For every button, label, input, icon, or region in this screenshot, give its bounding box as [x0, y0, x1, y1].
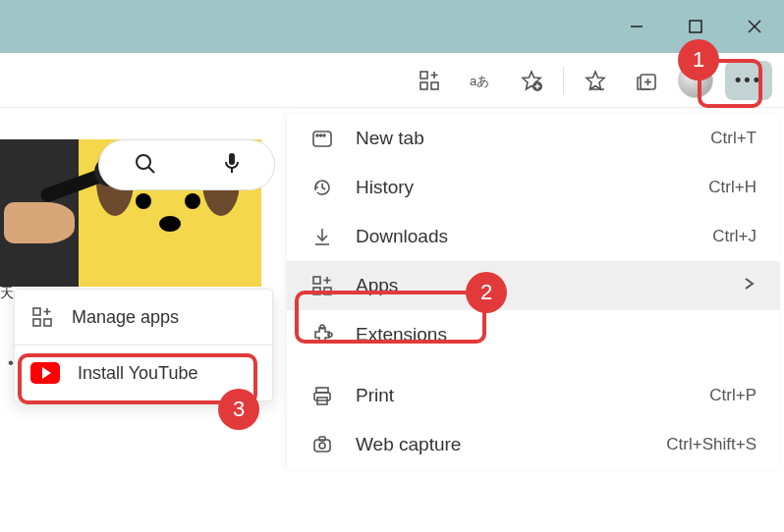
- menu-new-tab[interactable]: New tab Ctrl+T: [287, 114, 780, 163]
- menu-shortcut: Ctrl+H: [708, 178, 756, 197]
- svg-rect-1: [690, 21, 701, 32]
- ellipsis-icon: •••: [735, 70, 762, 90]
- svg-rect-21: [229, 153, 235, 165]
- submenu-label: Manage apps: [72, 307, 256, 328]
- maximize-button[interactable]: [666, 0, 725, 53]
- collections-icon: [636, 70, 657, 91]
- page-text-jp: 天: [0, 285, 14, 302]
- web-capture-icon: [310, 433, 334, 456]
- menu-label: Print: [356, 385, 688, 406]
- menu-label: Extensions: [356, 324, 756, 346]
- svg-rect-41: [319, 437, 325, 441]
- svg-marker-14: [587, 72, 604, 89]
- window-titlebar: [0, 0, 784, 53]
- svg-point-35: [328, 333, 332, 337]
- menu-label: New tab: [356, 128, 689, 149]
- menu-extensions[interactable]: Extensions: [287, 310, 780, 359]
- search-capsule: [98, 139, 275, 190]
- minimize-button[interactable]: [607, 0, 666, 53]
- star-plus-icon: [521, 70, 542, 91]
- minimize-icon: [629, 19, 644, 34]
- history-icon: [310, 176, 334, 199]
- translate-icon: aあ: [470, 70, 491, 91]
- search-icon[interactable]: [134, 152, 155, 179]
- menu-apps[interactable]: Apps: [287, 261, 780, 310]
- extensions-icon: [310, 323, 334, 346]
- menu-separator: [287, 359, 780, 371]
- menu-label: Downloads: [356, 226, 691, 247]
- svg-point-19: [137, 155, 150, 169]
- svg-rect-4: [420, 72, 427, 79]
- svg-line-20: [148, 167, 154, 173]
- toolbar-divider: [563, 67, 564, 94]
- maximize-icon: [688, 19, 703, 34]
- menu-history[interactable]: History Ctrl+H: [287, 163, 780, 212]
- svg-rect-42: [33, 308, 40, 315]
- menu-label: Apps: [356, 275, 719, 296]
- svg-rect-5: [420, 82, 427, 89]
- svg-point-40: [319, 443, 325, 449]
- svg-rect-44: [44, 319, 51, 326]
- svg-text:aあ: aあ: [470, 74, 489, 88]
- submenu-label: Install YouTube: [78, 363, 256, 384]
- chevron-right-icon: [741, 275, 756, 296]
- grid-plus-icon: [419, 70, 440, 91]
- submenu-separator: [15, 345, 272, 346]
- submenu-install-youtube[interactable]: Install YouTube: [15, 349, 272, 397]
- add-favorite-button[interactable]: [512, 61, 551, 100]
- apps-submenu: Manage apps Install YouTube: [14, 289, 273, 401]
- menu-web-capture[interactable]: Web capture Ctrl+Shift+S: [287, 420, 780, 469]
- svg-rect-23: [313, 132, 331, 146]
- apps-icon: [30, 305, 54, 329]
- svg-rect-43: [33, 319, 40, 326]
- svg-rect-6: [431, 82, 438, 89]
- youtube-icon: [30, 362, 60, 384]
- menu-shortcut: Ctrl+T: [710, 129, 756, 148]
- apps-icon: [310, 274, 334, 297]
- svg-rect-30: [313, 288, 320, 294]
- print-icon: [310, 384, 334, 407]
- svg-point-34: [320, 325, 324, 329]
- menu-shortcut: Ctrl+Shift+S: [666, 435, 756, 454]
- extensions-hub-button[interactable]: [410, 61, 449, 100]
- favorites-button[interactable]: [576, 61, 615, 100]
- menu-downloads[interactable]: Downloads Ctrl+J: [287, 212, 780, 261]
- collections-button[interactable]: [627, 61, 666, 100]
- svg-point-26: [323, 134, 325, 136]
- new-tab-icon: [310, 127, 334, 150]
- svg-rect-31: [324, 288, 331, 294]
- close-icon: [747, 19, 762, 34]
- menu-label: History: [356, 177, 687, 198]
- svg-point-24: [316, 134, 318, 136]
- browser-toolbar: aあ •••: [0, 53, 784, 108]
- downloads-icon: [310, 225, 334, 248]
- close-button[interactable]: [725, 0, 784, 53]
- submenu-manage-apps[interactable]: Manage apps: [15, 293, 272, 341]
- svg-point-25: [320, 134, 322, 136]
- settings-and-more-button[interactable]: •••: [725, 61, 772, 100]
- menu-shortcut: Ctrl+P: [709, 386, 756, 405]
- translate-button[interactable]: aあ: [461, 61, 500, 100]
- menu-print[interactable]: Print Ctrl+P: [287, 371, 780, 420]
- settings-menu: New tab Ctrl+T History Ctrl+H Downloads …: [287, 114, 780, 469]
- profile-avatar[interactable]: [678, 63, 713, 98]
- svg-rect-29: [313, 277, 320, 284]
- menu-label: Web capture: [356, 434, 644, 455]
- voice-search-icon[interactable]: [223, 152, 241, 179]
- star-lines-icon: [585, 70, 606, 91]
- menu-shortcut: Ctrl+J: [712, 227, 756, 246]
